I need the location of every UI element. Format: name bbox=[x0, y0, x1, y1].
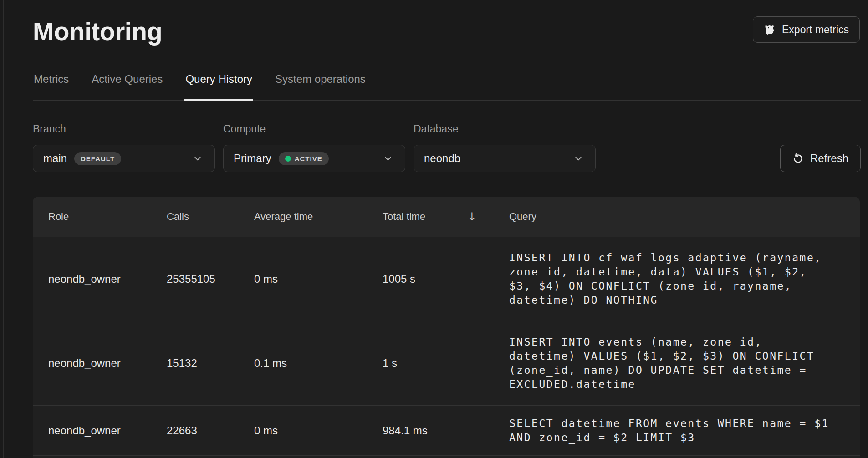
database-select[interactable]: neondb bbox=[414, 145, 596, 172]
monitoring-tabs: Metrics Active Queries Query History Sys… bbox=[33, 71, 861, 101]
database-value: neondb bbox=[424, 152, 460, 165]
chevron-down-icon bbox=[383, 153, 393, 163]
branch-select[interactable]: main DEFAULT bbox=[33, 145, 215, 172]
tab-system-operations[interactable]: System operations bbox=[274, 71, 367, 100]
tab-active-queries[interactable]: Active Queries bbox=[91, 71, 163, 100]
cell-query: INSERT INTO cf_waf_logs_adaptive (raynam… bbox=[509, 251, 860, 307]
database-label: Database bbox=[414, 123, 458, 135]
refresh-button[interactable]: Refresh bbox=[780, 145, 861, 172]
compute-label: Compute bbox=[223, 123, 266, 135]
cell-average-time: 0 ms bbox=[254, 424, 383, 437]
branch-value: main bbox=[43, 152, 67, 165]
status-dot bbox=[285, 156, 291, 162]
tab-query-history[interactable]: Query History bbox=[184, 71, 253, 100]
column-header-query[interactable]: Query bbox=[509, 211, 860, 223]
page-title: Monitoring bbox=[33, 16, 162, 46]
refresh-label: Refresh bbox=[810, 152, 848, 165]
query-history-table: Role Calls Average time Total time ↓ Que… bbox=[33, 197, 860, 458]
table-row[interactable]: neondb_owner 15132 0.1 ms 1 s INSERT INT… bbox=[33, 321, 860, 405]
table-row-partial[interactable] bbox=[33, 455, 860, 458]
branch-label: Branch bbox=[33, 123, 66, 135]
column-header-role[interactable]: Role bbox=[48, 211, 167, 223]
column-header-total-time[interactable]: Total time ↓ bbox=[383, 210, 509, 223]
compute-select[interactable]: Primary ACTIVE bbox=[223, 145, 405, 172]
cell-total-time: 1 s bbox=[383, 357, 509, 370]
export-metrics-label: Export metrics bbox=[782, 24, 849, 36]
cell-calls: 22663 bbox=[167, 424, 254, 437]
sort-desc-icon[interactable]: ↓ bbox=[467, 210, 476, 223]
table-row[interactable]: neondb_owner 22663 0 ms 984.1 ms SELECT … bbox=[33, 405, 860, 455]
chevron-down-icon bbox=[193, 153, 203, 163]
compute-value: Primary bbox=[234, 152, 271, 165]
cell-average-time: 0.1 ms bbox=[254, 357, 383, 370]
chevron-down-icon bbox=[573, 153, 583, 163]
cell-average-time: 0 ms bbox=[254, 273, 383, 285]
column-header-calls[interactable]: Calls bbox=[167, 211, 254, 223]
datadog-icon bbox=[764, 24, 776, 36]
active-badge: ACTIVE bbox=[279, 152, 329, 165]
table-header-row: Role Calls Average time Total time ↓ Que… bbox=[33, 197, 860, 237]
cell-total-time: 984.1 ms bbox=[383, 424, 509, 437]
cell-query: SELECT datetime FROM events WHERE name =… bbox=[509, 417, 860, 445]
cell-query: INSERT INTO events (name, zone_id, datet… bbox=[509, 335, 860, 392]
cell-role: neondb_owner bbox=[48, 357, 167, 370]
panel-left-border bbox=[3, 0, 4, 458]
cell-calls: 25355105 bbox=[167, 273, 254, 285]
cell-total-time: 1005 s bbox=[383, 273, 509, 285]
cell-role: neondb_owner bbox=[48, 424, 167, 437]
table-row[interactable]: neondb_owner 25355105 0 ms 1005 s INSERT… bbox=[33, 237, 860, 321]
export-metrics-button[interactable]: Export metrics bbox=[753, 16, 860, 43]
default-badge: DEFAULT bbox=[74, 152, 121, 165]
tab-metrics[interactable]: Metrics bbox=[33, 71, 70, 100]
cell-calls: 15132 bbox=[167, 357, 254, 370]
cell-role: neondb_owner bbox=[48, 273, 167, 285]
column-header-average-time[interactable]: Average time bbox=[254, 211, 383, 223]
refresh-icon bbox=[792, 153, 804, 164]
